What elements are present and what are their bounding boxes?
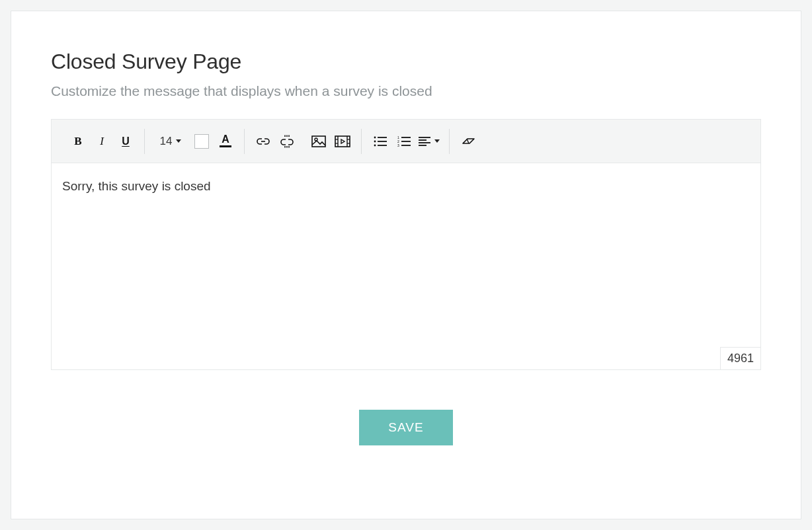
underline-button[interactable]: U	[114, 130, 138, 153]
toolbar-group-link	[247, 128, 303, 155]
svg-point-17	[374, 144, 376, 146]
svg-point-15	[374, 136, 376, 138]
page-title: Closed Survey Page	[51, 50, 761, 74]
toolbar-group-text-style: B I U	[62, 128, 142, 155]
text-color-icon: A	[222, 135, 229, 144]
bullet-list-icon	[374, 136, 387, 147]
bgcolor-swatch-icon	[194, 134, 209, 149]
background-color-button[interactable]	[190, 130, 214, 153]
italic-icon: I	[100, 135, 104, 148]
toolbar-separator	[449, 129, 450, 154]
bold-icon: B	[74, 135, 81, 148]
insert-link-button[interactable]	[251, 130, 275, 153]
remove-link-button[interactable]	[275, 130, 299, 153]
toolbar-group-misc	[452, 128, 484, 155]
toolbar-separator	[244, 129, 245, 154]
insert-image-button[interactable]	[307, 130, 331, 153]
save-button[interactable]: SAVE	[359, 410, 452, 445]
character-counter: 4961	[720, 347, 760, 369]
text-color-bar	[220, 145, 231, 147]
numbered-list-icon: 1 2 3	[397, 136, 411, 147]
eraser-icon	[461, 137, 475, 146]
bold-button[interactable]: B	[66, 130, 90, 153]
bullet-list-button[interactable]	[368, 130, 392, 153]
align-left-icon	[419, 137, 430, 146]
align-dropdown[interactable]	[416, 130, 442, 153]
editor-toolbar: B I U 14 A	[52, 120, 760, 163]
toolbar-group-font: 14 A	[147, 128, 241, 155]
underline-icon: U	[122, 135, 130, 147]
clear-formatting-button[interactable]	[456, 130, 480, 153]
toolbar-separator	[361, 129, 362, 154]
toolbar-group-paragraph: 1 2 3	[364, 128, 446, 155]
rich-text-editor: B I U 14 A	[51, 119, 761, 370]
video-icon	[335, 135, 350, 147]
font-size-dropdown[interactable]: 14	[151, 130, 190, 153]
unlink-icon	[279, 135, 295, 148]
settings-card: Closed Survey Page Customize the message…	[11, 11, 801, 519]
svg-line-31	[467, 139, 469, 143]
editor-text: Sorry, this survey is closed	[62, 179, 211, 193]
svg-text:3: 3	[397, 143, 399, 147]
page-subtitle: Customize the message that displays when…	[51, 83, 761, 99]
text-color-button[interactable]: A	[214, 130, 237, 153]
toolbar-separator	[144, 129, 145, 154]
insert-video-button[interactable]	[331, 130, 354, 153]
link-icon	[255, 137, 271, 146]
caret-down-icon	[434, 139, 440, 143]
editor-content-area[interactable]: Sorry, this survey is closed 4961	[52, 163, 760, 369]
image-icon	[311, 135, 326, 147]
font-size-value: 14	[160, 135, 173, 148]
actions-row: SAVE	[51, 410, 761, 445]
svg-point-16	[374, 140, 376, 142]
toolbar-group-media	[303, 128, 358, 155]
caret-down-icon	[176, 139, 181, 143]
italic-button[interactable]: I	[90, 130, 114, 153]
svg-rect-6	[312, 136, 325, 147]
numbered-list-button[interactable]: 1 2 3	[392, 130, 416, 153]
svg-rect-8	[335, 136, 350, 147]
